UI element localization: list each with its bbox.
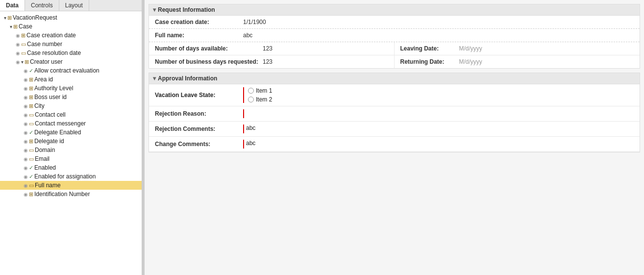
eye-icon: ◉ xyxy=(16,33,20,38)
eye-icon: ◉ xyxy=(24,103,28,109)
tree-item-domain[interactable]: ◉ ▭ Domain xyxy=(0,146,142,154)
full-name-value: abc xyxy=(243,32,252,39)
folder-icon: ⊞ xyxy=(13,24,18,30)
case-creation-date-label: Case creation date: xyxy=(155,19,243,25)
eye-icon: ◉ xyxy=(16,50,20,56)
eye-icon: ◉ xyxy=(24,156,28,162)
rejection-comments-value[interactable]: abc xyxy=(243,125,341,133)
tree-item-identification-number[interactable]: ◉ ⊞ Identification Number xyxy=(0,190,142,199)
tree-item-case-number[interactable]: ◉ ▭ Case number xyxy=(0,40,142,49)
tree-item-contact-messenger[interactable]: ◉ ▭ Contact messenger xyxy=(0,119,142,128)
check-icon: ✓ xyxy=(29,165,33,171)
right-panel: ▾ Request Information Case creation date… xyxy=(145,0,644,275)
tab-layout[interactable]: Layout xyxy=(59,0,89,11)
eye-icon: ◉ xyxy=(16,42,20,47)
request-information-section: ▾ Request Information Case creation date… xyxy=(149,4,640,69)
tree-item-case-creation-date[interactable]: ◉ ⊞ Case creation date xyxy=(0,31,142,40)
table-icon: ⊞ xyxy=(29,76,33,83)
field-rejection-reason: Rejection Reason: xyxy=(149,106,640,122)
rejection-reason-label: Rejection Reason: xyxy=(155,110,243,117)
field-business-days: Number of business days requested: 123 xyxy=(149,55,395,68)
tree-item-boss-user-id[interactable]: ◉ ⊞ Boss user id xyxy=(0,93,142,101)
eye-icon: ◉ xyxy=(16,59,20,65)
tree-item-contact-cell[interactable]: ◉ ▭ Contact cell xyxy=(0,110,142,119)
field-icon: ▭ xyxy=(21,41,26,48)
tree-item-enabled-for-assignation[interactable]: ◉ ✓ Enabled for assignation xyxy=(0,172,142,181)
tree-item-vacation-request[interactable]: ▾ ⊞ VacationRequest xyxy=(0,13,142,22)
tab-controls[interactable]: Controls xyxy=(25,0,59,11)
tree-label: Delegate Enabled xyxy=(34,129,81,136)
left-panel: Data Controls Layout ▾ ⊞ VacationRequest… xyxy=(0,0,142,275)
check-icon: ✓ xyxy=(29,174,33,180)
change-comments-value[interactable]: abc xyxy=(243,140,341,149)
rejection-comments-label: Rejection Comments: xyxy=(155,125,243,132)
tree-label: Case number xyxy=(27,41,62,48)
tab-data[interactable]: Data xyxy=(0,0,25,11)
expand-icon: ▾ xyxy=(4,15,6,21)
tree-label: Email xyxy=(35,155,50,162)
request-section-header: ▾ Request Information xyxy=(149,4,640,16)
table-icon: ⊞ xyxy=(29,138,33,145)
field-vacation-leave-state: Vacation Leave State: Item 1 Item 2 xyxy=(149,84,640,106)
tree-label: Enabled xyxy=(34,164,56,171)
tree-label: Enabled for assignation xyxy=(34,173,96,180)
folder-field-icon: ⊞ xyxy=(25,59,29,65)
tree-label: Full name xyxy=(35,182,61,189)
tree-item-authority-level[interactable]: ◉ ⊞ Authority Level xyxy=(0,84,142,93)
radio-button-2[interactable] xyxy=(248,97,254,102)
vacation-leave-state-label: Vacation Leave State: xyxy=(155,92,243,99)
full-name-label: Full name: xyxy=(155,32,243,39)
table-icon: ⊞ xyxy=(29,85,33,92)
eye-icon: ◉ xyxy=(24,165,28,171)
field-leaving-date: Leaving Date: M/d/yyyy xyxy=(395,42,640,55)
tree-item-delegate-id[interactable]: ◉ ⊞ Delegate id xyxy=(0,137,142,146)
eye-icon: ◉ xyxy=(24,121,28,126)
field-icon: ▭ xyxy=(29,182,34,189)
radio-label-2: Item 2 xyxy=(256,96,272,103)
tree-label: Case resolution date xyxy=(27,50,81,56)
eye-icon: ◉ xyxy=(24,192,28,197)
tree-item-email[interactable]: ◉ ▭ Email xyxy=(0,154,142,163)
eye-icon: ◉ xyxy=(24,77,28,82)
tree-item-creator-user[interactable]: ◉ ▾ ⊞ Creator user xyxy=(0,57,142,66)
table-icon: ⊞ xyxy=(29,103,33,109)
collapse-arrow-icon: ▾ xyxy=(153,6,156,13)
tree-item-case[interactable]: ▾ ⊞ Case xyxy=(0,22,142,31)
vacation-leave-options: Item 1 Item 2 xyxy=(243,87,272,103)
days-available-label: Number of days available: xyxy=(155,45,263,52)
field-rejection-comments: Rejection Comments: abc xyxy=(149,122,640,137)
business-days-label: Number of business days requested: xyxy=(155,58,263,65)
field-case-creation-date: Case creation date: 1/1/1900 xyxy=(149,16,640,29)
tree-item-city[interactable]: ◉ ⊞ City xyxy=(0,101,142,110)
tree-item-area-id[interactable]: ◉ ⊞ Area id xyxy=(0,75,142,84)
collapse-arrow-icon: ▾ xyxy=(153,75,156,82)
rejection-reason-value[interactable] xyxy=(243,109,341,118)
tree-label: Case xyxy=(19,23,32,30)
field-icon: ▭ xyxy=(29,156,34,162)
tree-label: Allow contract evaluation xyxy=(34,67,99,74)
tree-label: Contact cell xyxy=(35,111,66,118)
tree-label: Area id xyxy=(34,76,53,83)
eye-icon: ◉ xyxy=(24,183,28,188)
main-container: Data Controls Layout ▾ ⊞ VacationRequest… xyxy=(0,0,644,275)
tree-label: Identification Number xyxy=(34,191,90,198)
approval-section-title: Approval Information xyxy=(158,75,217,82)
field-full-name: Full name: abc xyxy=(149,29,640,42)
tree-item-allow-contract[interactable]: ◉ ✓ Allow contract evaluation xyxy=(0,66,142,75)
check-icon: ✓ xyxy=(29,68,33,74)
field-days-available: Number of days available: 123 xyxy=(149,42,395,55)
tree-label: Case creation date xyxy=(26,32,76,39)
tree-label: Boss user id xyxy=(34,94,67,100)
tree-container: ▾ ⊞ VacationRequest ▾ ⊞ Case ◉ ⊞ Case cr… xyxy=(0,11,142,275)
radio-label-1: Item 1 xyxy=(256,87,272,94)
tree-item-delegate-enabled[interactable]: ◉ ✓ Delegate Enabled xyxy=(0,128,142,137)
tree-item-full-name[interactable]: ◉ ▭ Full name xyxy=(0,181,142,190)
business-days-row: Number of business days requested: 123 R… xyxy=(149,55,640,68)
tree-label: Domain xyxy=(35,147,55,153)
tree-item-enabled[interactable]: ◉ ✓ Enabled xyxy=(0,163,142,172)
table-icon: ⊞ xyxy=(29,191,33,198)
radio-button-1[interactable] xyxy=(248,88,254,94)
field-icon: ▭ xyxy=(29,112,34,118)
request-section-title: Request Information xyxy=(158,6,215,13)
tree-item-case-resolution-date[interactable]: ◉ ▭ Case resolution date xyxy=(0,49,142,57)
